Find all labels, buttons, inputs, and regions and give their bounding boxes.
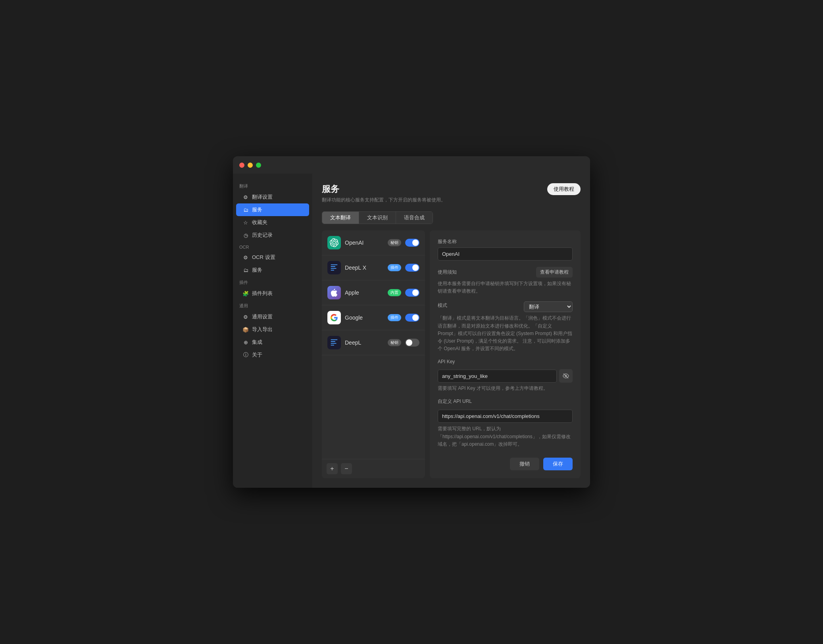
toggle-knob — [412, 289, 419, 296]
sidebar-item-favorites[interactable]: ☆ 收藏夹 — [236, 216, 309, 229]
close-button[interactable] — [239, 163, 244, 168]
custom-url-input[interactable] — [438, 410, 573, 423]
openai-icon — [327, 236, 341, 249]
service-toggle-openai[interactable] — [405, 239, 419, 247]
service-name-label: 服务名称 — [438, 238, 573, 245]
tab-text-translate[interactable]: 文本翻译 — [322, 212, 359, 224]
mode-header: 模式 翻译 润色 自定义 Prompt — [438, 301, 573, 312]
notice-text: 使用本服务需要自行申请秘钥并填写到下方设置项，如果没有秘钥请查看申请教程。 — [438, 280, 573, 295]
toggle-knob — [412, 264, 419, 271]
page-subtitle: 翻译功能的核心服务支持配置，下方开启的服务将被使用。 — [322, 197, 446, 203]
star-icon: ☆ — [242, 219, 249, 226]
api-key-section: API Key 需要填写 API Key 才可以使用 — [438, 359, 573, 392]
save-button[interactable]: 保存 — [543, 458, 573, 470]
service-toggle-deepl[interactable] — [405, 339, 419, 347]
page-header: 服务 翻译功能的核心服务支持配置，下方开启的服务将被使用。 使用教程 — [322, 183, 581, 203]
service-item-google[interactable]: Google 插件 — [322, 305, 425, 330]
apple-icon — [327, 286, 341, 299]
service-badge-deepl-x: 插件 — [388, 264, 401, 271]
tab-text-recognize[interactable]: 文本识别 — [359, 212, 396, 224]
sidebar-item-about[interactable]: ⓘ 关于 — [236, 349, 309, 361]
api-key-help-text: 需要填写 API Key 才可以使用，参考上方申请教程。 — [438, 385, 573, 392]
tab-bar: 文本翻译 文本识别 语音合成 — [322, 211, 433, 224]
ocr-service-icon: 🗂 — [242, 267, 249, 273]
service-item-deepl-x[interactable]: DeepL X 插件 — [322, 255, 425, 280]
service-items: OpenAI 秘钥 — [322, 230, 425, 459]
import-export-icon: 📦 — [242, 326, 249, 333]
maximize-button[interactable] — [256, 163, 261, 168]
sidebar-item-label: 历史记录 — [252, 232, 273, 239]
sidebar-item-ocr-services[interactable]: 🗂 服务 — [236, 264, 309, 276]
service-list-footer: + − — [322, 459, 425, 478]
sidebar-item-label: 服务 — [252, 206, 262, 213]
clock-icon: ◷ — [242, 232, 249, 238]
notice-label: 使用须知 — [438, 269, 457, 276]
service-name-apple: Apple — [345, 289, 384, 296]
plugin-icon: 🧩 — [242, 290, 249, 297]
deepl-x-icon — [327, 261, 341, 274]
sidebar-section-general: 通用 — [233, 300, 312, 310]
mode-select[interactable]: 翻译 润色 自定义 Prompt — [524, 301, 573, 312]
custom-url-label: 自定义 API URL — [438, 398, 573, 405]
service-name-field: 服务名称 — [438, 238, 573, 261]
integration-icon: ⊕ — [242, 339, 249, 345]
service-name-openai: OpenAI — [345, 240, 384, 246]
tutorial-button[interactable]: 使用教程 — [547, 183, 581, 195]
api-key-input[interactable] — [438, 370, 557, 383]
add-service-button[interactable]: + — [327, 463, 338, 474]
toggle-knob — [412, 314, 419, 321]
service-badge-openai: 秘钥 — [388, 239, 401, 246]
service-badge-apple: 内置 — [388, 289, 401, 296]
sidebar-item-label: OCR 设置 — [252, 254, 275, 261]
service-name-input[interactable] — [438, 247, 573, 261]
cancel-button[interactable]: 撤销 — [510, 458, 539, 470]
custom-url-section: 自定义 API URL 需要填写完整的 URL，默认为「https://api.… — [438, 398, 573, 448]
sidebar-item-integration[interactable]: ⊕ 集成 — [236, 336, 309, 349]
sidebar-item-general-settings[interactable]: ⚙ 通用设置 — [236, 310, 309, 323]
sidebar: 翻译 ⚙ 翻译设置 🗂 服务 ☆ 收藏夹 ◷ 历史记录 OCR ⚙ OCR 设置 — [233, 174, 312, 488]
sidebar-item-ocr-settings[interactable]: ⚙ OCR 设置 — [236, 251, 309, 264]
sidebar-section-ocr: OCR — [233, 242, 312, 251]
page-title-section: 服务 翻译功能的核心服务支持配置，下方开启的服务将被使用。 — [322, 183, 446, 203]
sidebar-item-import-export[interactable]: 📦 导入导出 — [236, 323, 309, 336]
sidebar-item-label: 导入导出 — [252, 326, 273, 333]
service-name-deepl: DeepL — [345, 339, 384, 346]
google-icon — [327, 311, 341, 324]
service-toggle-deepl-x[interactable] — [405, 264, 419, 272]
service-toggle-apple[interactable] — [405, 289, 419, 297]
toggle-api-key-visibility-button[interactable] — [559, 369, 573, 383]
notice-section: 使用须知 查看申请教程 使用本服务需要自行申请秘钥并填写到下方设置项，如果没有秘… — [438, 267, 573, 295]
deepl-icon — [327, 336, 341, 349]
tab-speech-synthesis[interactable]: 语音合成 — [396, 212, 433, 224]
toggle-knob — [406, 339, 412, 346]
service-item-apple[interactable]: Apple 内置 — [322, 280, 425, 305]
sidebar-item-translate-settings[interactable]: ⚙ 翻译设置 — [236, 191, 309, 203]
sidebar-item-label: 收藏夹 — [252, 219, 267, 226]
sidebar-item-label: 集成 — [252, 339, 262, 346]
service-toggle-google[interactable] — [405, 314, 419, 322]
mode-section: 模式 翻译 润色 自定义 Prompt 「翻译」模式是将文本翻译为目标语言。「润… — [438, 301, 573, 353]
api-key-label: API Key — [438, 359, 573, 364]
general-settings-icon: ⚙ — [242, 314, 249, 320]
service-badge-google: 插件 — [388, 314, 401, 321]
sidebar-item-services[interactable]: 🗂 服务 — [236, 203, 309, 216]
sidebar-item-label: 插件列表 — [252, 290, 273, 297]
sidebar-section-translate: 翻译 — [233, 180, 312, 191]
notice-header: 使用须知 查看申请教程 — [438, 267, 573, 278]
settings-icon: ⚙ — [242, 194, 249, 200]
service-name-google: Google — [345, 314, 384, 321]
api-key-input-row — [438, 369, 573, 383]
titlebar — [233, 156, 590, 174]
minimize-button[interactable] — [248, 163, 253, 168]
service-name-deepl-x: DeepL X — [345, 264, 384, 271]
sidebar-item-plugin-list[interactable]: 🧩 插件列表 — [236, 287, 309, 300]
mode-description: 「翻译」模式是将文本翻译为目标语言。「润色」模式不会进行语言翻译，而是对原始文本… — [438, 314, 573, 353]
service-item-deepl[interactable]: DeepL 秘钥 — [322, 330, 425, 355]
sidebar-item-label: 关于 — [252, 351, 262, 358]
remove-service-button[interactable]: − — [341, 463, 352, 474]
service-item-openai[interactable]: OpenAI 秘钥 — [322, 230, 425, 255]
custom-url-help-text: 需要填写完整的 URL，默认为「https://api.openai.com/v… — [438, 425, 573, 448]
sidebar-item-history[interactable]: ◷ 历史记录 — [236, 229, 309, 242]
mode-label: 模式 — [438, 302, 447, 309]
view-tutorial-button[interactable]: 查看申请教程 — [536, 267, 573, 278]
